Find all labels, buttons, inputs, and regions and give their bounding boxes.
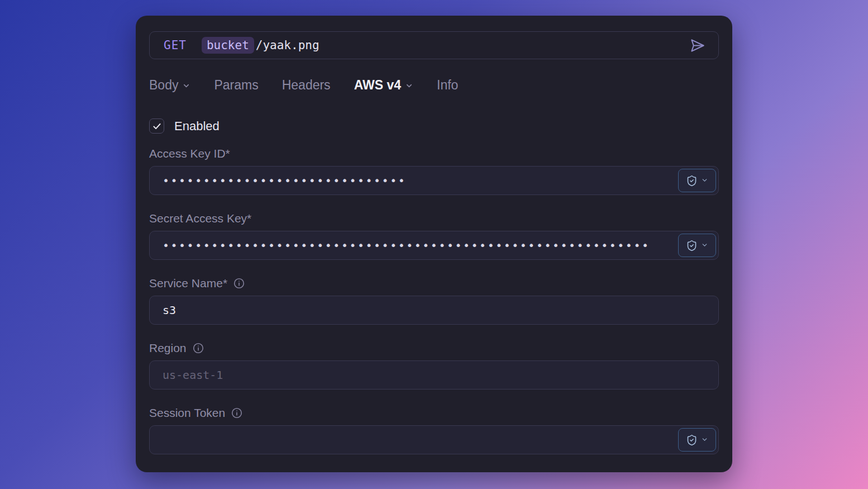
label-text: Session Token — [149, 406, 225, 420]
chevron-down-icon — [701, 241, 708, 251]
chevron-down-icon — [701, 435, 708, 445]
region-label: Region — [149, 341, 719, 355]
shield-check-icon — [686, 434, 698, 446]
info-icon[interactable] — [233, 277, 245, 289]
http-method: GET — [164, 39, 187, 52]
tab-body[interactable]: Body — [149, 77, 190, 93]
chevron-down-icon — [405, 78, 413, 93]
secret-key-field — [149, 231, 719, 260]
secret-key-secret-menu-button[interactable] — [678, 234, 716, 257]
url-bar[interactable]: GET bucket /yaak.png — [149, 31, 719, 59]
url-path[interactable]: /yaak.png — [256, 39, 319, 52]
secret-key-input[interactable] — [150, 231, 718, 259]
enabled-row: Enabled — [149, 118, 719, 134]
tab-label: Info — [437, 78, 458, 93]
tab-headers[interactable]: Headers — [282, 78, 331, 93]
send-button[interactable] — [686, 34, 708, 56]
tab-params[interactable]: Params — [214, 78, 258, 93]
send-icon — [690, 38, 705, 53]
access-key-field — [149, 166, 719, 195]
enabled-checkbox[interactable] — [149, 118, 164, 134]
tab-label: Body — [149, 78, 178, 93]
request-tabs: Body Params Headers AWS v4 Info — [149, 77, 719, 93]
label-text: Service Name* — [149, 277, 227, 290]
info-icon[interactable] — [192, 342, 204, 354]
tab-label: Params — [214, 78, 258, 93]
region-field — [149, 360, 719, 390]
access-key-input[interactable] — [150, 167, 718, 194]
session-token-label: Session Token — [149, 406, 719, 420]
label-text: Region — [149, 341, 187, 355]
region-input[interactable] — [150, 361, 718, 389]
shield-check-icon — [686, 175, 698, 187]
chevron-down-icon — [701, 176, 708, 186]
shield-check-icon — [686, 240, 698, 251]
chevron-down-icon — [182, 78, 190, 93]
access-key-secret-menu-button[interactable] — [678, 169, 716, 192]
session-token-input[interactable] — [150, 426, 718, 454]
tab-label: Headers — [282, 78, 331, 93]
session-token-field — [149, 425, 719, 454]
secret-key-label: Secret Access Key* — [149, 212, 719, 225]
check-icon — [152, 121, 162, 131]
label-text: Secret Access Key* — [149, 212, 251, 225]
info-icon[interactable] — [231, 407, 243, 419]
service-name-input[interactable] — [150, 296, 718, 324]
service-name-field — [149, 296, 719, 325]
tab-info[interactable]: Info — [437, 78, 458, 93]
request-panel: GET bucket /yaak.png Body Params Headers… — [136, 16, 732, 472]
enabled-label: Enabled — [174, 119, 220, 134]
tab-aws-v4[interactable]: AWS v4 — [354, 77, 413, 93]
tab-label: AWS v4 — [354, 78, 401, 93]
label-text: Access Key ID* — [149, 147, 230, 160]
session-token-secret-menu-button[interactable] — [678, 428, 716, 452]
url-template-variable[interactable]: bucket — [202, 37, 254, 54]
access-key-label: Access Key ID* — [149, 147, 719, 160]
service-name-label: Service Name* — [149, 277, 719, 290]
